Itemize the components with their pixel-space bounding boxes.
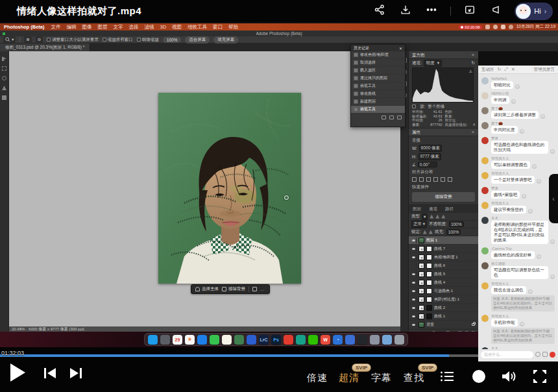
layer-name[interactable]: 色阶(对比度) 1 xyxy=(434,297,476,302)
height-field[interactable]: 9777 像素 xyxy=(418,153,441,160)
like-icon[interactable]: ☺ xyxy=(537,179,541,184)
dock-app-icon[interactable] xyxy=(370,335,380,345)
playlist-button[interactable] xyxy=(439,371,455,385)
like-icon[interactable]: ☺ xyxy=(532,164,537,169)
avatar[interactable] xyxy=(481,262,489,269)
fit-screen-button[interactable]: 适合屏幕 xyxy=(185,36,210,43)
layer-visibility-toggle[interactable] xyxy=(411,271,417,277)
like-icon[interactable]: ☺ xyxy=(550,149,555,154)
refresh-icon[interactable]: ↻ xyxy=(498,67,502,72)
opt-resize-windows[interactable]: 调整窗口大小以满屏显示 xyxy=(47,37,99,43)
next-button[interactable] xyxy=(67,367,84,382)
layer-mask-thumbnail[interactable] xyxy=(426,280,432,286)
menu-item[interactable]: 图层 xyxy=(98,24,108,31)
layer-name[interactable]: 曲线 4 xyxy=(434,280,476,286)
layer-visibility-toggle[interactable] xyxy=(411,297,417,302)
menu-item[interactable]: 编辑 xyxy=(67,24,77,31)
fullscreen-button[interactable] xyxy=(532,370,548,386)
avatar[interactable] xyxy=(481,77,489,84)
cast-button[interactable] xyxy=(489,4,503,18)
marquee-tool-icon[interactable] xyxy=(2,66,6,71)
like-icon[interactable]: ☺ xyxy=(540,114,545,119)
fill-field[interactable]: 100% xyxy=(446,229,461,235)
avatar[interactable] xyxy=(481,202,489,209)
align-top-icon[interactable] xyxy=(433,177,438,182)
close-icon[interactable]: ✕ xyxy=(511,67,515,72)
dock-app-icon[interactable] xyxy=(197,335,207,345)
admin-filter-toggle[interactable]: 管理员发言 xyxy=(534,67,555,73)
layer-visibility-toggle[interactable] xyxy=(411,246,417,252)
dock-app-icon[interactable] xyxy=(345,335,355,345)
history-state-row[interactable]: 载入选区 xyxy=(351,67,405,75)
status-icon-1[interactable] xyxy=(485,25,490,29)
new-doc-from-state-icon[interactable] xyxy=(382,116,386,119)
layer-visibility-toggle[interactable] xyxy=(411,322,417,328)
control-center-icon[interactable] xyxy=(509,25,513,29)
refresh-histogram-icon[interactable]: ↻ xyxy=(472,60,475,66)
filter-adjust-icon[interactable] xyxy=(435,215,439,219)
screen-record-indicator[interactable]: 02:20:08 xyxy=(459,25,481,29)
panel-menu-icon[interactable]: ≡ xyxy=(472,51,475,59)
panel-menu-icon[interactable]: ≡ xyxy=(472,129,475,136)
channel-select[interactable]: 明度▾ xyxy=(424,60,442,67)
lasso-tool-icon[interactable] xyxy=(2,76,6,80)
avatar[interactable] xyxy=(481,172,489,179)
ps-canvas[interactable]: 选择主体 移除背景 … 20.48% 6000 像素 x 9777 像素 (30… xyxy=(9,51,400,332)
dock-app-icon[interactable]: ◔ xyxy=(333,335,343,345)
wifi-icon[interactable] xyxy=(501,25,505,29)
layer-visibility-toggle[interactable] xyxy=(411,254,417,260)
avatar[interactable] xyxy=(481,137,489,144)
cache-warning-icon[interactable]: ⚠ xyxy=(469,69,472,73)
send-button[interactable] xyxy=(550,352,555,358)
width-field[interactable]: 6000 像素 xyxy=(419,145,442,152)
menu-item[interactable]: 文字 xyxy=(114,24,123,31)
layer-mask-thumbnail[interactable] xyxy=(426,271,432,277)
history-state-row[interactable]: 画笔工具 xyxy=(351,106,405,114)
layer-row[interactable]: ◑ 曲线 5 xyxy=(409,270,478,278)
like-icon[interactable]: ☺ xyxy=(515,84,520,89)
menu-item[interactable]: 文件 xyxy=(51,24,61,31)
align-middle-icon[interactable] xyxy=(441,177,445,182)
dock-app-icon[interactable]: ❀ xyxy=(185,335,195,345)
layer-row[interactable]: ◑ 曲线 7 xyxy=(409,245,478,253)
zoom-in-toggle[interactable]: ⊕ xyxy=(24,36,31,43)
dock-app-icon[interactable] xyxy=(247,335,256,345)
history-state-row[interactable]: 修改色相/饱和度 xyxy=(351,51,405,59)
filter-type-select[interactable]: ▾ xyxy=(422,214,428,220)
menu-item[interactable]: 窗口 xyxy=(213,24,223,31)
like-icon[interactable]: ☺ xyxy=(520,322,524,326)
avatar[interactable] xyxy=(481,92,489,99)
align-right-icon[interactable] xyxy=(426,177,431,182)
layer-visibility-toggle[interactable] xyxy=(411,238,417,243)
dock-app-icon[interactable]: 29 xyxy=(173,335,182,345)
lock-transparent-icon[interactable] xyxy=(423,230,427,234)
layer-name[interactable]: 图层 1 xyxy=(426,238,476,243)
avatar[interactable] xyxy=(481,247,489,254)
dock-app-icon[interactable]: Ps xyxy=(271,335,281,345)
like-icon[interactable]: ☺ xyxy=(522,194,526,199)
layer-visibility-toggle[interactable] xyxy=(411,305,417,311)
delete-state-icon[interactable] xyxy=(397,116,402,119)
window-zoom-dot[interactable] xyxy=(3,32,5,35)
history-state-row[interactable]: 修改曲线 xyxy=(351,90,405,98)
layer-row[interactable]: ◑ 可选颜色 1 xyxy=(409,287,478,295)
fill-screen-button[interactable]: 填充屏幕 xyxy=(213,36,238,43)
crop-tool-icon[interactable] xyxy=(2,95,6,100)
volume-button[interactable] xyxy=(501,370,518,386)
like-icon[interactable]: ☺ xyxy=(537,254,541,259)
filter-text-icon[interactable] xyxy=(441,215,445,219)
dock-app-icon[interactable] xyxy=(210,335,219,345)
menu-item[interactable]: 选择 xyxy=(129,24,139,31)
remove-background-quick-button[interactable]: 移除背景 xyxy=(412,192,475,202)
like-icon[interactable]: ☺ xyxy=(550,239,555,244)
menu-item[interactable]: 视图 xyxy=(172,24,182,31)
checkbox-icon[interactable] xyxy=(412,104,416,108)
layer-name[interactable]: 曲线 7 xyxy=(434,246,476,252)
dock-app-icon[interactable] xyxy=(222,335,232,345)
avatar[interactable] xyxy=(481,187,489,194)
zoom-100-button[interactable]: 100% xyxy=(163,37,182,43)
zoom-out-toggle[interactable]: ⊖ xyxy=(36,36,43,43)
dock-app-icon[interactable] xyxy=(382,335,392,345)
opacity-field[interactable]: 100% xyxy=(449,221,464,227)
progress-bar[interactable] xyxy=(0,354,558,357)
